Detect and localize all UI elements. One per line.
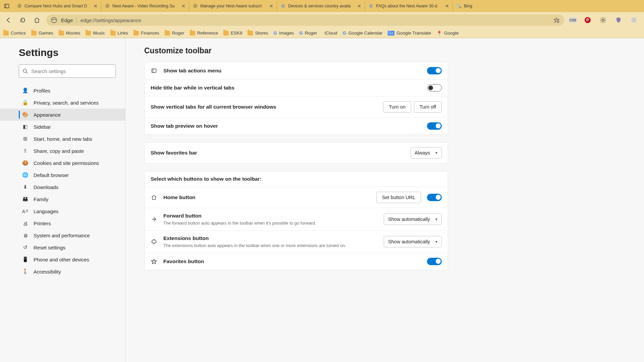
fav-link[interactable]: GRoger [299,31,317,36]
favorite-star-icon[interactable] [553,17,559,23]
tab[interactable]: Ⓖ Nest Aware - Video Recording Su ✕ [101,1,189,11]
nav-languages[interactable]: A字Languages [0,205,125,217]
turn-on-button[interactable]: Turn on [383,101,411,113]
favorites-bar-select[interactable]: Always ▾ [410,147,442,159]
extensions-button-select[interactable]: Show automatically ▾ [384,236,442,247]
profile-icon: 👤 [22,87,28,94]
fav-folder[interactable]: Games [31,31,53,36]
set-button-url-button[interactable]: Set button URL [376,192,421,203]
ext-generic-icon[interactable] [629,15,639,25]
nav-label: Phone and other devices [34,257,89,262]
nav-label: Downloads [34,184,58,190]
row-title: Home button [163,194,370,200]
nav-appearance[interactable]: 🎨Appearance [0,109,125,121]
nav-sidebar[interactable]: ◧Sidebar [0,121,125,133]
folder-icon [110,31,116,36]
turn-off-button[interactable]: Turn off [414,101,442,113]
translate-icon: G文 [388,31,394,36]
search-settings-input[interactable] [19,64,116,78]
back-button[interactable] [4,15,13,25]
select-value: Always [415,150,430,156]
toggle-tab-actions-menu[interactable] [427,67,442,74]
fav-link[interactable]: G文Google Translate [388,31,431,36]
ext-gear-icon[interactable] [598,15,608,25]
site-identity: Edge [61,17,76,23]
nav-cookies[interactable]: 🍪Cookies and site permissions [0,157,125,169]
row-title: Show tab preview on hover [151,123,421,129]
fav-label: Movies [66,31,80,36]
nav-downloads[interactable]: ⬇Downloads [0,181,125,193]
fav-folder[interactable]: Music [86,31,105,36]
address-bar[interactable]: Edge edge://settings/appearance [46,14,564,26]
star-icon [151,258,157,264]
select-value: Show automatically [388,239,430,244]
refresh-button[interactable] [18,15,28,25]
fav-folder[interactable]: Reference [190,31,218,36]
row-home-button: Home button Set button URL [145,187,448,208]
tab[interactable]: G FAQs about the Nest Aware 30-d ✕ [365,1,453,11]
maps-pin-icon: 📍 [436,31,442,36]
close-icon[interactable]: ✕ [444,3,450,9]
fav-link[interactable]: GGoogle Calendar [343,31,383,36]
nav-phone[interactable]: 📱Phone and other devices [0,253,125,265]
close-icon[interactable]: ✕ [269,3,274,9]
nav-default-browser[interactable]: 🌐Default browser [0,169,125,181]
forward-button-select[interactable]: Show automatically ▾ [384,214,442,225]
nav-share[interactable]: ⇪Share, copy and paste [0,145,125,157]
nav-system[interactable]: 🖥System and performance [0,229,125,241]
search-icon: 🔍 [456,3,462,9]
fav-label: Roger [172,31,184,36]
svg-line-16 [605,18,605,19]
tab[interactable]: Ⓖ Manage your Nest Aware subscri ✕ [189,1,277,11]
tab-actions-icon[interactable] [1,1,12,11]
fav-folder[interactable]: Movies [59,31,80,36]
fav-link[interactable]: iCloud [323,31,337,36]
fav-folder[interactable]: Links [110,31,128,36]
fav-label: Google [444,31,459,36]
tab[interactable]: G Devices & services country availa ✕ [277,1,365,11]
nav-printers[interactable]: 🖨Printers [0,217,125,229]
fav-link[interactable]: 📍Google [436,31,459,36]
tab[interactable]: 🔍 Bing [453,1,483,11]
toggle-home-button[interactable] [427,194,442,201]
home-button[interactable] [32,15,42,25]
nav-privacy[interactable]: 🔒Privacy, search, and services [0,97,125,109]
paint-icon: 🎨 [22,112,28,118]
nav-start[interactable]: ⊞Start, home, and new tabs [0,133,125,145]
close-icon[interactable]: ✕ [357,3,362,9]
favicon-icon: Ⓖ [193,3,198,9]
toolbar-buttons-card: Select which buttons to show on the tool… [144,171,448,270]
row-vertical-tabs-all: Show vertical tabs for all current brows… [145,97,448,118]
close-icon[interactable]: ✕ [181,3,186,9]
nav-accessibility[interactable]: 🚶Accessibility [0,265,125,278]
fav-label: Stores [255,31,268,36]
nav-reset[interactable]: ↺Reset settings [0,241,125,253]
toggle-favorites-button[interactable] [427,258,442,265]
close-icon[interactable]: ✕ [93,3,98,9]
search-field[interactable] [31,68,112,74]
nav-profiles[interactable]: 👤Profiles [0,84,125,97]
fav-label: Google Calendar [348,31,382,36]
ext-pinterest-icon[interactable]: P [583,15,592,25]
tab[interactable]: Ⓖ Compare Nest Hubs and Smart D ✕ [13,1,101,11]
nav-family[interactable]: 👪Family [0,193,125,205]
fav-folder[interactable]: Comics [3,31,26,36]
nav-label: Appearance [34,112,61,118]
toggle-tab-preview[interactable] [427,122,442,130]
window-icon: ⊞ [22,136,28,142]
favorites-bar: Comics Games Movies Music Links Finances… [0,28,644,38]
row-title: Show tab actions menu [163,68,421,74]
fav-folder[interactable]: Roger [165,31,184,36]
row-extensions-button: Extensions button The extensions button … [145,231,448,253]
ext-css-icon[interactable]: CSS [569,17,577,23]
ext-shield-icon[interactable] [614,15,623,25]
fav-folder[interactable]: Finances [133,31,159,36]
nav-label: Reset settings [34,245,65,250]
fav-folder[interactable]: Stores [248,31,268,36]
fav-link[interactable]: GImages [274,31,294,36]
toggle-hide-title-bar[interactable] [427,84,442,92]
monitor-icon: 🖥 [22,232,28,238]
fav-folder[interactable]: ESK8 [223,31,243,36]
nav-label: System and performance [34,233,90,238]
fav-label: Google Translate [396,31,431,36]
